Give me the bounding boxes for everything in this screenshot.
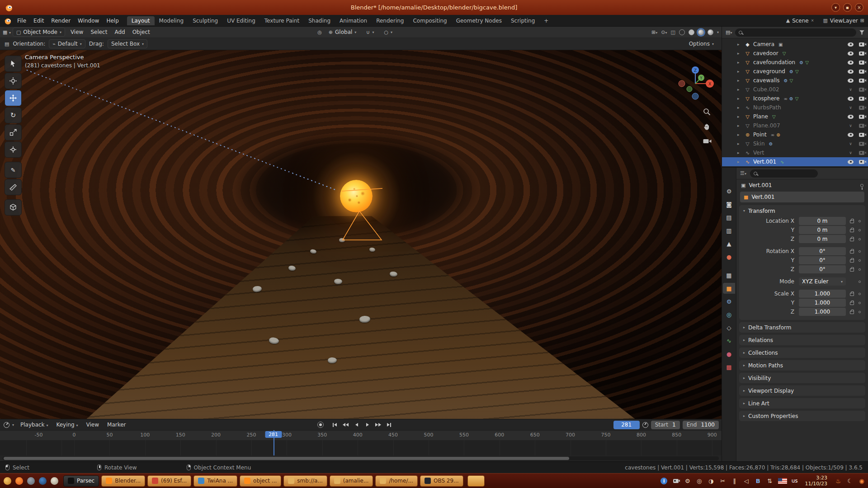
settings-tray-icon[interactable]: ⚙ bbox=[684, 477, 691, 485]
end-frame-field[interactable]: End1100 bbox=[683, 421, 719, 429]
hide-in-viewport-icon[interactable] bbox=[848, 115, 854, 119]
pin-icon[interactable] bbox=[860, 184, 863, 187]
keyboard-layout-label[interactable]: us bbox=[792, 478, 798, 484]
panel-relations[interactable]: ▸Relations bbox=[739, 335, 865, 345]
hide-in-viewport-icon[interactable] bbox=[848, 79, 854, 83]
window-close-button[interactable]: × bbox=[855, 3, 863, 12]
workspace-tab-scripting[interactable]: Scripting bbox=[506, 16, 539, 25]
hide-in-viewport-icon[interactable] bbox=[848, 52, 854, 56]
lock-icon[interactable] bbox=[850, 259, 854, 263]
outliner-item-cube-002[interactable]: ▸ ▽ Cube.002 ∨ bbox=[722, 85, 868, 94]
outliner-item-cavefoundation[interactable]: ▸ ▽ cavefoundation ⚙▽ bbox=[722, 58, 868, 67]
gizmo-neg-x[interactable] bbox=[679, 80, 685, 87]
network-tray-icon[interactable]: ⇅ bbox=[766, 477, 774, 485]
animate-decorator-icon[interactable] bbox=[859, 229, 861, 231]
lock-icon[interactable] bbox=[850, 250, 854, 253]
screenshot-tray-icon[interactable] bbox=[672, 477, 679, 485]
timeline-editor-type-icon[interactable] bbox=[4, 422, 9, 428]
taskbar-app-parsec[interactable]: Parsec bbox=[63, 475, 99, 487]
expand-icon[interactable]: ▸ bbox=[737, 78, 742, 83]
workspace-tab-uv-editing[interactable]: UV Editing bbox=[222, 16, 260, 25]
lock-icon[interactable] bbox=[850, 311, 854, 314]
expand-icon[interactable]: ▸ bbox=[737, 69, 742, 74]
keyboard-flag-icon[interactable] bbox=[778, 478, 787, 484]
clock[interactable]: 3:23 11/10/23 bbox=[805, 475, 827, 487]
property-value-field[interactable]: 1.000 bbox=[799, 308, 846, 316]
disable-in-renders-icon[interactable] bbox=[859, 97, 864, 101]
expand-icon[interactable]: ▸ bbox=[737, 42, 742, 47]
timeline-menu-view[interactable]: View bbox=[83, 420, 103, 429]
taskbar-app-smb-a[interactable]: smb://a... bbox=[283, 475, 327, 487]
hot-corner-tray-icon[interactable]: ♨ bbox=[835, 477, 842, 485]
menu-help[interactable]: Help bbox=[103, 16, 122, 25]
animate-decorator-icon[interactable] bbox=[859, 238, 861, 240]
bluetooth-tray-icon[interactable]: B bbox=[755, 477, 762, 485]
viewport-menu-add[interactable]: Add bbox=[111, 28, 128, 37]
timeline-tracks[interactable] bbox=[0, 440, 722, 455]
lock-icon[interactable] bbox=[850, 268, 854, 272]
expand-icon[interactable]: ▸ bbox=[737, 160, 742, 164]
pause-tray-icon[interactable]: ‖ bbox=[731, 477, 738, 485]
previous-keyframe-button[interactable] bbox=[341, 421, 350, 429]
expand-icon[interactable]: ▸ bbox=[737, 96, 742, 101]
files-launcher-icon[interactable] bbox=[26, 476, 36, 486]
expand-icon[interactable]: ▸ bbox=[737, 132, 742, 137]
tool-cursor[interactable] bbox=[5, 73, 22, 89]
outliner-item-icosphere[interactable]: ▸ ▽ Icosphere ∞⚙▽ bbox=[722, 94, 868, 103]
animate-decorator-icon[interactable] bbox=[859, 293, 861, 295]
properties-tab-object-data[interactable]: ∿ bbox=[723, 335, 735, 346]
navigation-gizmo[interactable]: Z Y X bbox=[675, 63, 715, 104]
menu-file[interactable]: File bbox=[14, 16, 30, 25]
viewport-menu-view[interactable]: View bbox=[67, 28, 87, 37]
hide-in-viewport-icon[interactable] bbox=[848, 133, 854, 137]
property-value-field[interactable]: 0 m bbox=[799, 235, 846, 243]
disable-in-renders-icon[interactable] bbox=[859, 61, 864, 65]
app-menu-icon[interactable] bbox=[3, 476, 12, 486]
workspace-tab-geometry-nodes[interactable]: Geometry Nodes bbox=[452, 16, 506, 25]
tool-tweak[interactable] bbox=[5, 56, 22, 72]
outliner-item-camera[interactable]: ▸ ◆ Camera ▣ bbox=[722, 40, 868, 49]
hide-in-viewport-icon[interactable] bbox=[848, 70, 854, 74]
play-reverse-button[interactable] bbox=[352, 421, 361, 429]
power-tray-icon[interactable]: ◉ bbox=[858, 477, 865, 485]
auto-keying-toggle[interactable] bbox=[317, 422, 324, 428]
property-value-field[interactable]: 0 m bbox=[799, 226, 846, 234]
properties-tab-modifiers[interactable]: ⚙ bbox=[723, 296, 735, 307]
timeline-ruler[interactable]: -500501001502002503003504004505005506006… bbox=[0, 430, 722, 440]
mode-dropdown[interactable]: ▢Object Mode▾ bbox=[13, 28, 65, 37]
volume-tray-icon[interactable]: ◁ bbox=[743, 477, 750, 485]
workspace-tab-modeling[interactable]: Modeling bbox=[155, 16, 189, 25]
browser-tray-icon[interactable]: ◎ bbox=[696, 477, 703, 485]
tool-measure[interactable] bbox=[5, 179, 22, 195]
shading-wireframe-icon[interactable] bbox=[679, 29, 685, 35]
properties-tab-physics[interactable]: ◎ bbox=[723, 309, 735, 320]
workspace-pager[interactable] bbox=[467, 475, 485, 487]
panel-delta-transform[interactable]: ▸Delta Transform bbox=[739, 322, 865, 333]
properties-tab-scene[interactable]: ▲ bbox=[723, 238, 735, 249]
workspace-tab-sculpting[interactable]: Sculpting bbox=[188, 16, 222, 25]
info-tray-icon[interactable]: i bbox=[660, 477, 668, 485]
color-picker-tray-icon[interactable]: ◑ bbox=[708, 477, 715, 485]
properties-editor-type-icon[interactable]: ☰▾ bbox=[740, 170, 746, 176]
hide-in-viewport-icon[interactable] bbox=[848, 61, 854, 65]
taskbar-app-home[interactable]: /home/... bbox=[375, 475, 418, 487]
scene-unlink-icon[interactable]: × bbox=[811, 19, 814, 23]
properties-tab-collection[interactable]: ▦ bbox=[723, 270, 735, 281]
steam-launcher-icon[interactable] bbox=[38, 476, 47, 486]
disable-in-renders-icon[interactable] bbox=[859, 79, 864, 83]
viewport-menu-object[interactable]: Object bbox=[129, 28, 154, 37]
tool-scale[interactable] bbox=[5, 124, 22, 141]
gizmo-neg-z[interactable] bbox=[692, 93, 698, 99]
properties-tab-object[interactable]: ■ bbox=[723, 283, 735, 294]
zoom-icon[interactable] bbox=[703, 108, 711, 116]
outliner-item-caveground[interactable]: ▸ ▽ caveground ⚙▽ bbox=[722, 67, 868, 76]
panel-line-art[interactable]: ▸Line Art bbox=[739, 398, 865, 408]
viewport-3d[interactable]: Camera Perspective (281) cavestones | Ve… bbox=[0, 50, 722, 419]
disable-in-renders-icon[interactable] bbox=[859, 52, 864, 56]
taskbar-app-twiana[interactable]: TwiAna ... bbox=[193, 475, 237, 487]
glowing-orb-object[interactable] bbox=[340, 180, 373, 212]
object-name-field[interactable]: ■ Vert.001 bbox=[740, 192, 864, 202]
hide-in-viewport-icon[interactable]: ∨ bbox=[848, 123, 854, 128]
lock-icon[interactable] bbox=[850, 220, 854, 223]
panel-viewport-display[interactable]: ▸Viewport Display bbox=[739, 385, 865, 396]
